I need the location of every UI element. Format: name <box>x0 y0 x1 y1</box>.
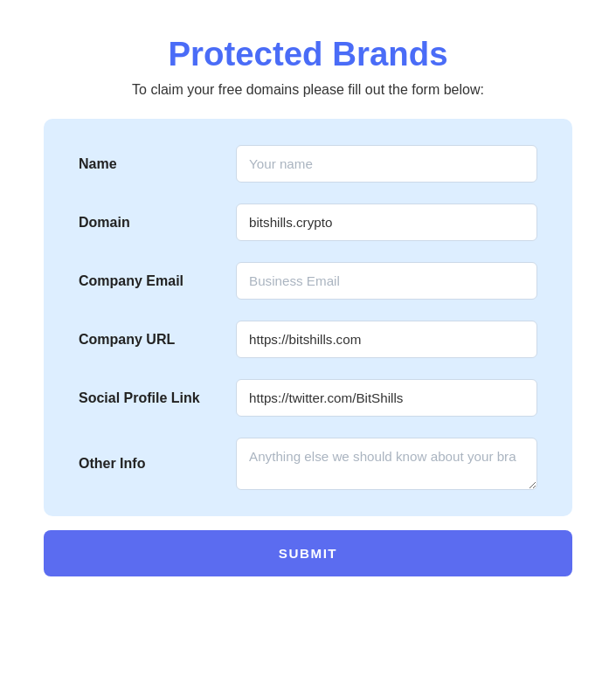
name-label: Name <box>79 156 236 172</box>
name-input[interactable] <box>236 145 537 183</box>
social-profile-input[interactable] <box>236 379 537 417</box>
page-title: Protected Brands <box>44 35 572 73</box>
domain-input[interactable] <box>236 204 537 241</box>
other-info-label: Other Info <box>79 456 236 472</box>
social-profile-row: Social Profile Link <box>79 379 537 417</box>
company-email-row: Company Email <box>79 262 537 300</box>
company-url-input[interactable] <box>236 321 537 358</box>
company-email-input[interactable] <box>236 262 537 300</box>
company-url-row: Company URL <box>79 321 537 358</box>
company-url-label: Company URL <box>79 332 236 348</box>
form-card: Name Domain Company Email Company URL So… <box>44 119 572 516</box>
company-email-label: Company Email <box>79 273 236 289</box>
domain-row: Domain <box>79 204 537 241</box>
social-profile-label: Social Profile Link <box>79 390 236 406</box>
other-info-row: Other Info <box>79 438 537 490</box>
domain-label: Domain <box>79 215 236 231</box>
submit-button[interactable]: SUBMIT <box>44 530 572 576</box>
name-row: Name <box>79 145 537 183</box>
page-subtitle: To claim your free domains please fill o… <box>44 82 572 98</box>
other-info-input[interactable] <box>236 438 537 490</box>
page-container: Protected Brands To claim your free doma… <box>17 17 599 594</box>
